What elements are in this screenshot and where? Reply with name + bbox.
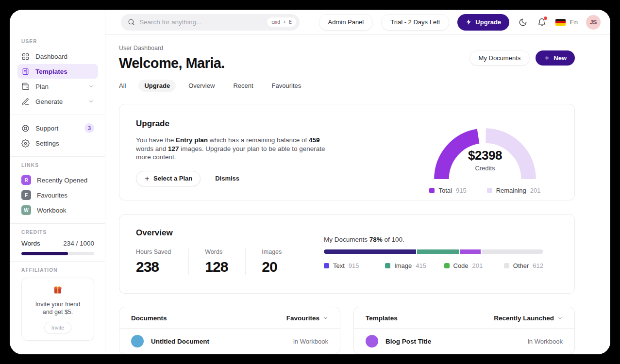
upgrade-card-text: You have the Entry plan which has a rema… (136, 136, 335, 162)
tab-upgrade[interactable]: Upgrade (138, 80, 176, 92)
sidebar-section-user: USER (21, 39, 94, 44)
trial-badge[interactable]: Trial - 2 Days Left (381, 14, 449, 31)
invite-button[interactable]: Invite (44, 322, 71, 333)
notification-dot (544, 17, 547, 20)
template-name: Blog Post Title (385, 338, 431, 345)
sidebar-link-label: Favourites (37, 192, 67, 199)
upgrade-card-title: Upgrade (136, 119, 335, 129)
search-input[interactable]: Search for anything... cmd + E (121, 14, 300, 31)
search-shortcut-badge: cmd + E (267, 17, 296, 27)
document-location: in Workbook (293, 338, 328, 345)
affiliation-text: Invite your friend and get $5. (27, 300, 89, 316)
sidebar-item-templates[interactable]: Templates (17, 64, 98, 79)
chevron-down-icon (557, 315, 563, 321)
tabs: All Upgrade Overview Recent Favourites (119, 80, 575, 92)
legend-item-text: Text 915 (324, 262, 385, 269)
my-documents-button[interactable]: My Documents (469, 50, 530, 66)
dark-mode-toggle[interactable] (518, 17, 528, 28)
sidebar: USER Dashboard Templates Plan Generate S… (10, 10, 105, 354)
chevron-down-icon (323, 315, 328, 321)
user-avatar[interactable]: JS (586, 15, 601, 30)
overview-stats: Hours Saved 238 Words 128 Images 20 (136, 248, 299, 275)
sidebar-item-label: Dashboard (35, 53, 67, 60)
sidebar-item-support[interactable]: Support 3 (17, 121, 98, 135)
documents-card-title: Documents (131, 314, 167, 322)
plus-icon (144, 176, 150, 182)
document-avatar (131, 335, 144, 347)
legend-swatch (487, 188, 492, 193)
pencil-icon (21, 98, 30, 106)
dismiss-button[interactable]: Dismiss (215, 175, 239, 182)
sidebar-item-settings[interactable]: Settings (17, 136, 98, 150)
header-actions: My Documents New (469, 50, 575, 66)
credits-value: 234 / 1000 (63, 240, 94, 247)
lifebuoy-icon (21, 124, 30, 132)
sidebar-section-credits: CREDITS (21, 230, 94, 235)
templates-icon (21, 67, 30, 76)
notifications-button[interactable] (536, 17, 547, 28)
tab-recent[interactable]: Recent (227, 80, 259, 92)
new-button[interactable]: New (536, 50, 575, 66)
grid-icon (21, 52, 30, 61)
sidebar-section-links: LINKS (21, 163, 94, 168)
templates-card: Templates Recently Launched Blog Post Ti… (353, 307, 575, 354)
topbar: Search for anything... cmd + E Admin Pan… (105, 10, 610, 35)
credits-progress-bar (21, 252, 94, 255)
legend-item-code: Code 201 (444, 262, 504, 269)
credits-label: Words (21, 240, 40, 247)
search-placeholder: Search for anything... (139, 18, 263, 26)
sidebar-item-label: Templates (35, 68, 67, 75)
gauge-label: Credits (412, 165, 558, 172)
language-selector[interactable]: En (555, 18, 578, 26)
affiliation-card: Invite your friend and get $5. Invite (21, 278, 94, 341)
credits-row: Words 234 / 1000 (21, 240, 94, 247)
language-label: En (570, 18, 578, 26)
sidebar-link-favourites[interactable]: F Favourites (17, 188, 98, 202)
gear-icon (21, 139, 30, 148)
documents-card: Documents Favourites Untitled Document i… (119, 307, 340, 354)
divider (10, 115, 105, 115)
legend-swatch (444, 263, 450, 268)
sidebar-item-generate[interactable]: Generate (17, 94, 98, 109)
document-name: Untitled Document (151, 338, 209, 345)
divider (10, 223, 105, 224)
tab-favourites[interactable]: Favourites (266, 80, 307, 92)
documents-filter-dropdown[interactable]: Favourites (286, 314, 328, 322)
chevron-down-icon (88, 99, 94, 104)
sidebar-link-workbook[interactable]: W Workbook (17, 203, 98, 217)
template-list-item[interactable]: Blog Post Title in Workbook (354, 329, 574, 354)
legend-item-other: Other 612 (504, 262, 543, 269)
favourites-avatar: F (21, 190, 31, 200)
credits-progress-fill (21, 252, 68, 255)
tab-all[interactable]: All (119, 80, 132, 92)
upgrade-card-actions: Select a Plan Dismiss (136, 171, 335, 186)
upgrade-card-left: Upgrade You have the Entry plan which ha… (136, 119, 335, 200)
gauge-value: $2398 (412, 148, 558, 163)
sidebar-item-plan[interactable]: Plan (17, 79, 98, 94)
document-list-item[interactable]: Untitled Document in Workbook (119, 329, 340, 354)
bar-segment-image (417, 249, 459, 254)
workbook-avatar: W (21, 205, 31, 215)
legend-swatch (504, 263, 509, 268)
template-avatar (366, 335, 378, 347)
sidebar-link-recently-opened[interactable]: R Recently Opened (17, 173, 98, 187)
templates-card-title: Templates (366, 314, 398, 322)
select-plan-button[interactable]: Select a Plan (136, 171, 201, 186)
overview-card: Overview Hours Saved 238 Words 128 Image… (119, 214, 575, 294)
upgrade-button[interactable]: Upgrade (457, 14, 509, 31)
sidebar-link-label: Recently Opened (37, 177, 87, 184)
breadcrumb: User Dashboard (119, 45, 225, 51)
sidebar-item-dashboard[interactable]: Dashboard (17, 49, 98, 64)
templates-filter-dropdown[interactable]: Recently Launched (494, 314, 563, 322)
admin-panel-button[interactable]: Admin Panel (319, 14, 373, 31)
documents-progress-block: My Documents 78% of 100. Text 915 Image … (324, 228, 543, 293)
bar-segment-text (324, 249, 416, 254)
legend-item-image: Image 415 (385, 262, 444, 269)
tab-overview[interactable]: Overview (183, 80, 220, 92)
divider (10, 156, 105, 157)
sidebar-item-label: Support (35, 125, 58, 132)
legend-item-total: Total 915 (429, 187, 466, 194)
gift-icon (53, 285, 63, 295)
page-header: User Dashboard Welcome, Maria. My Docume… (119, 45, 575, 71)
sidebar-item-label: Generate (35, 98, 63, 105)
